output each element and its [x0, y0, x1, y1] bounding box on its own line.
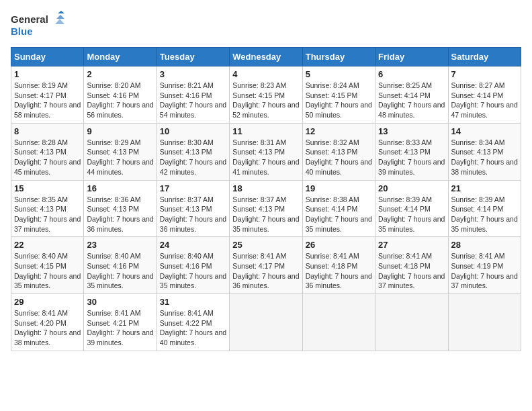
day-info: Sunrise: 8:28 AM Sunset: 4:13 PM Dayligh… [14, 138, 81, 177]
sunrise-label: Sunrise: 8:34 AM [451, 138, 505, 146]
day-number: 31 [160, 297, 226, 307]
sunrise-label: Sunrise: 8:37 AM [160, 195, 214, 203]
calendar-cell [302, 294, 375, 351]
calendar-cell: 24 Sunrise: 8:40 AM Sunset: 4:16 PM Dayl… [157, 237, 229, 294]
sunset-label: Sunset: 4:14 PM [451, 91, 504, 99]
day-info: Sunrise: 8:31 AM Sunset: 4:13 PM Dayligh… [232, 138, 299, 177]
logo: General Blue [11, 11, 64, 39]
sunset-label: Sunset: 4:14 PM [378, 205, 431, 213]
day-number: 29 [14, 297, 81, 307]
sunset-label: Sunset: 4:14 PM [451, 205, 504, 213]
calendar-cell: 30 Sunrise: 8:41 AM Sunset: 4:21 PM Dayl… [84, 294, 157, 351]
sunset-label: Sunset: 4:19 PM [451, 262, 504, 270]
daylight-label: Daylight: 7 hours and 35 minutes. [451, 215, 518, 233]
day-info: Sunrise: 8:40 AM Sunset: 4:15 PM Dayligh… [14, 251, 81, 291]
sunset-label: Sunset: 4:15 PM [14, 262, 66, 270]
calendar-cell: 27 Sunrise: 8:41 AM Sunset: 4:18 PM Dayl… [375, 237, 448, 294]
day-info: Sunrise: 8:39 AM Sunset: 4:14 PM Dayligh… [451, 195, 518, 234]
sunset-label: Sunset: 4:16 PM [160, 262, 212, 270]
svg-marker-2 [58, 11, 64, 13]
calendar-cell: 18 Sunrise: 8:37 AM Sunset: 4:13 PM Dayl… [230, 180, 302, 237]
sunrise-label: Sunrise: 8:39 AM [451, 195, 505, 203]
week-row-5: 29 Sunrise: 8:41 AM Sunset: 4:20 PM Dayl… [11, 294, 521, 351]
day-number: 19 [306, 183, 372, 193]
calendar-cell: 21 Sunrise: 8:39 AM Sunset: 4:14 PM Dayl… [448, 180, 521, 237]
header-wednesday: Wednesday [230, 48, 302, 66]
sunset-label: Sunset: 4:15 PM [306, 91, 358, 99]
calendar-cell: 16 Sunrise: 8:36 AM Sunset: 4:13 PM Dayl… [84, 180, 157, 237]
day-number: 16 [87, 183, 153, 193]
day-info: Sunrise: 8:39 AM Sunset: 4:14 PM Dayligh… [378, 195, 445, 234]
calendar-table: SundayMondayTuesdayWednesdayThursdayFrid… [11, 47, 521, 351]
day-info: Sunrise: 8:41 AM Sunset: 4:19 PM Dayligh… [451, 251, 518, 291]
calendar-cell: 10 Sunrise: 8:30 AM Sunset: 4:13 PM Dayl… [157, 123, 229, 180]
daylight-label: Daylight: 7 hours and 38 minutes. [14, 328, 81, 347]
day-number: 15 [14, 183, 81, 193]
sunset-label: Sunset: 4:16 PM [160, 91, 212, 99]
logo-svg: General Blue [11, 11, 64, 39]
day-number: 8 [14, 126, 81, 136]
sunset-label: Sunset: 4:13 PM [160, 148, 212, 156]
sunset-label: Sunset: 4:16 PM [87, 91, 139, 99]
svg-text:General: General [11, 13, 48, 25]
calendar-cell: 2 Sunrise: 8:20 AM Sunset: 4:16 PM Dayli… [84, 66, 157, 124]
sunset-label: Sunset: 4:22 PM [160, 319, 212, 327]
day-number: 4 [232, 69, 299, 79]
sunrise-label: Sunrise: 8:41 AM [160, 309, 214, 317]
svg-text:Blue: Blue [11, 26, 33, 37]
day-number: 23 [87, 240, 153, 250]
sunrise-label: Sunrise: 8:24 AM [306, 81, 359, 89]
daylight-label: Daylight: 7 hours and 54 minutes. [160, 101, 226, 119]
daylight-label: Daylight: 7 hours and 44 minutes. [87, 158, 153, 176]
sunrise-label: Sunrise: 8:41 AM [232, 252, 286, 260]
day-info: Sunrise: 8:24 AM Sunset: 4:15 PM Dayligh… [306, 81, 372, 120]
calendar-cell: 23 Sunrise: 8:40 AM Sunset: 4:16 PM Dayl… [84, 237, 157, 294]
sunrise-label: Sunrise: 8:20 AM [87, 81, 140, 89]
sunset-label: Sunset: 4:21 PM [87, 319, 139, 327]
calendar-cell: 13 Sunrise: 8:33 AM Sunset: 4:13 PM Dayl… [375, 123, 448, 180]
sunset-label: Sunset: 4:17 PM [232, 262, 285, 270]
daylight-label: Daylight: 7 hours and 35 minutes. [306, 215, 372, 233]
day-info: Sunrise: 8:40 AM Sunset: 4:16 PM Dayligh… [87, 251, 153, 291]
day-number: 9 [87, 126, 153, 136]
daylight-label: Daylight: 7 hours and 40 minutes. [160, 328, 226, 347]
calendar-cell: 31 Sunrise: 8:41 AM Sunset: 4:22 PM Dayl… [157, 294, 229, 351]
calendar-cell: 4 Sunrise: 8:23 AM Sunset: 4:15 PM Dayli… [230, 66, 302, 124]
sunset-label: Sunset: 4:13 PM [14, 148, 66, 156]
day-number: 10 [160, 126, 226, 136]
day-info: Sunrise: 8:19 AM Sunset: 4:17 PM Dayligh… [14, 81, 81, 120]
sunset-label: Sunset: 4:18 PM [306, 262, 358, 270]
calendar-cell: 19 Sunrise: 8:38 AM Sunset: 4:14 PM Dayl… [302, 180, 375, 237]
calendar-cell: 3 Sunrise: 8:21 AM Sunset: 4:16 PM Dayli… [157, 66, 229, 124]
sunrise-label: Sunrise: 8:41 AM [87, 309, 140, 317]
day-number: 18 [232, 183, 299, 193]
daylight-label: Daylight: 7 hours and 35 minutes. [378, 215, 445, 233]
daylight-label: Daylight: 7 hours and 45 minutes. [14, 158, 81, 176]
calendar-cell: 20 Sunrise: 8:39 AM Sunset: 4:14 PM Dayl… [375, 180, 448, 237]
daylight-label: Daylight: 7 hours and 36 minutes. [232, 272, 299, 290]
sunrise-label: Sunrise: 8:29 AM [87, 138, 140, 146]
sunset-label: Sunset: 4:13 PM [232, 205, 285, 213]
sunrise-label: Sunrise: 8:30 AM [160, 138, 214, 146]
day-info: Sunrise: 8:34 AM Sunset: 4:13 PM Dayligh… [451, 138, 518, 177]
daylight-label: Daylight: 7 hours and 36 minutes. [160, 215, 226, 233]
sunrise-label: Sunrise: 8:19 AM [14, 81, 68, 89]
day-info: Sunrise: 8:41 AM Sunset: 4:22 PM Dayligh… [160, 308, 226, 348]
day-info: Sunrise: 8:21 AM Sunset: 4:16 PM Dayligh… [160, 81, 226, 120]
sunrise-label: Sunrise: 8:28 AM [14, 138, 68, 146]
day-info: Sunrise: 8:41 AM Sunset: 4:20 PM Dayligh… [14, 308, 81, 348]
sunrise-label: Sunrise: 8:41 AM [451, 252, 505, 260]
week-row-3: 15 Sunrise: 8:35 AM Sunset: 4:13 PM Dayl… [11, 180, 521, 237]
day-number: 24 [160, 240, 226, 250]
day-number: 30 [87, 297, 153, 307]
daylight-label: Daylight: 7 hours and 42 minutes. [160, 158, 226, 176]
calendar-cell: 14 Sunrise: 8:34 AM Sunset: 4:13 PM Dayl… [448, 123, 521, 180]
day-number: 5 [306, 69, 372, 79]
day-number: 25 [232, 240, 299, 250]
day-info: Sunrise: 8:30 AM Sunset: 4:13 PM Dayligh… [160, 138, 226, 177]
day-number: 2 [87, 69, 153, 79]
header-tuesday: Tuesday [157, 48, 229, 66]
sunrise-label: Sunrise: 8:25 AM [378, 81, 432, 89]
sunrise-label: Sunrise: 8:37 AM [232, 195, 286, 203]
day-info: Sunrise: 8:36 AM Sunset: 4:13 PM Dayligh… [87, 195, 153, 234]
